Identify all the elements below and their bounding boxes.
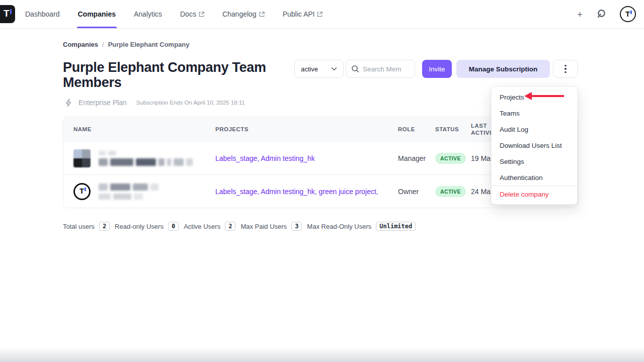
nav-item-label: Changelog (222, 10, 257, 18)
plan-name: Enterprise Plan (78, 99, 127, 107)
stat-readonly-users: Read-only Users 0 (115, 222, 179, 231)
search-icon (351, 65, 359, 73)
column-header-role: ROLE (398, 126, 435, 132)
header-controls: active Invite Manage Subscription (294, 60, 578, 78)
stat-max-readonly-users: Max Read-Only Users Unlimited (307, 222, 416, 231)
user-stats-bar: Total users 2 Read-only Users 0 Active U… (63, 222, 578, 231)
nav-item-label: Public API (283, 10, 315, 18)
page-header: Purple Elephant Company Team Members act… (63, 60, 578, 90)
kebab-icon (565, 65, 567, 73)
add-icon[interactable]: + (577, 10, 583, 19)
breadcrumb-companies-link[interactable]: Companies (63, 41, 98, 48)
user-avatar[interactable]: T (620, 6, 636, 22)
stat-label: Max Paid Users (240, 223, 287, 230)
app-logo-tick (10, 9, 12, 14)
chevron-down-icon (331, 67, 337, 71)
projects-links[interactable]: Labels_stage, Admin testing_hk (215, 154, 398, 163)
member-name-cell: T (73, 183, 215, 200)
status-cell: ACTIVE (435, 153, 471, 164)
stat-total-users: Total users 2 (63, 222, 110, 231)
stat-max-paid-users: Max Paid Users 3 (240, 222, 302, 231)
role-value: Manager (398, 154, 435, 162)
avatar: T (73, 183, 91, 200)
menu-item-delete-company[interactable]: Delete company (492, 186, 577, 202)
menu-item-projects[interactable]: Projects (492, 89, 577, 105)
invite-button[interactable]: Invite (422, 60, 452, 78)
stat-value: 3 (291, 222, 302, 231)
manage-subscription-button[interactable]: Manage Subscription (456, 60, 550, 78)
redacted-name (99, 151, 193, 166)
nav-item-label: Dashboard (25, 10, 60, 18)
menu-item-authentication[interactable]: Authentication (492, 169, 577, 186)
breadcrumb-current: Purple Elephant Company (108, 41, 190, 48)
more-actions-button[interactable] (553, 60, 578, 78)
status-filter-value: active (301, 65, 318, 73)
external-link-icon (317, 12, 323, 17)
status-badge: ACTIVE (435, 186, 466, 197)
nav-right-actions: + T (577, 6, 644, 22)
external-link-icon (259, 12, 265, 17)
stat-label: Active Users (184, 223, 220, 230)
breadcrumb: Companies / Purple Elephant Company (63, 41, 578, 48)
role-value: Owner (398, 188, 435, 196)
avatar (73, 149, 91, 167)
stat-label: Read-only Users (115, 223, 164, 230)
stat-value: 2 (99, 222, 110, 231)
column-header-name: NAME (73, 126, 215, 132)
nav-item-companies[interactable]: Companies (78, 0, 116, 28)
member-name-cell (73, 149, 215, 167)
app-logo[interactable]: T (0, 5, 15, 23)
avatar-logo-letter: T (625, 10, 630, 18)
avatar-logo-tick (85, 188, 86, 191)
menu-item-settings[interactable]: Settings (492, 153, 577, 169)
nav-item-label: Companies (78, 10, 116, 18)
redacted-name (99, 184, 158, 200)
lightning-icon (64, 99, 73, 107)
primary-nav: Dashboard Companies Analytics Docs Chang… (25, 0, 323, 28)
column-header-status: STATUS (435, 126, 471, 132)
member-search-box (346, 60, 415, 78)
more-actions-menu: Projects Teams Audit Log Download Users … (491, 86, 578, 205)
nav-item-analytics[interactable]: Analytics (134, 0, 162, 28)
menu-item-teams[interactable]: Teams (492, 105, 577, 121)
nav-item-dashboard[interactable]: Dashboard (25, 0, 60, 28)
top-navigation: T Dashboard Companies Analytics Docs Cha… (0, 0, 644, 29)
avatar-logo-tick (630, 11, 632, 14)
nav-item-label: Docs (180, 10, 196, 18)
stat-value: 0 (168, 222, 179, 231)
app-logo-letter: T (4, 8, 10, 19)
breadcrumb-separator: / (102, 41, 104, 48)
page-title: Purple Elephant Company Team Members (63, 60, 294, 90)
nav-item-public-api[interactable]: Public API (283, 0, 323, 28)
subscription-end-text: Subscription Ends On April 10, 2025 18:1… (136, 100, 245, 106)
stat-active-users: Active Users 2 (184, 222, 235, 231)
column-header-projects: PROJECTS (215, 126, 398, 132)
avatar-logo-letter: T (79, 187, 84, 195)
bottom-fade (0, 347, 644, 362)
menu-item-download-users-list[interactable]: Download Users List (492, 137, 577, 153)
nav-item-docs[interactable]: Docs (180, 0, 204, 28)
external-link-icon (199, 12, 204, 17)
stat-value: Unlimited (376, 222, 416, 231)
status-badge: ACTIVE (435, 153, 466, 164)
menu-item-audit-log[interactable]: Audit Log (492, 121, 577, 137)
status-filter-select[interactable]: active (294, 60, 344, 78)
stat-label: Max Read-Only Users (307, 223, 371, 230)
stat-value: 2 (225, 222, 235, 231)
projects-links[interactable]: Labels_stage, Admin testing_hk, green ju… (215, 187, 398, 196)
nav-item-changelog[interactable]: Changelog (222, 0, 265, 28)
status-cell: ACTIVE (435, 186, 471, 197)
stat-label: Total users (63, 223, 95, 230)
search-icon[interactable] (596, 9, 607, 20)
nav-item-label: Analytics (134, 10, 162, 18)
member-search-input[interactable] (363, 65, 413, 73)
